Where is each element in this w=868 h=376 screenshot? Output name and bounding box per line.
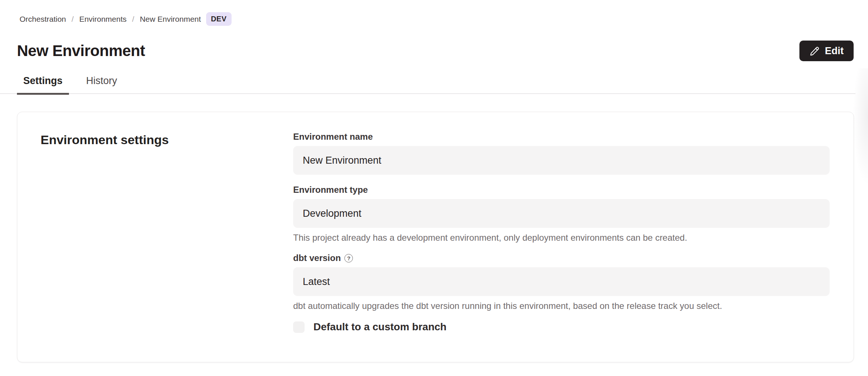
custom-branch-row: Default to a custom branch: [293, 321, 830, 333]
question-circle-icon[interactable]: ?: [344, 254, 353, 262]
right-edge-shade: [852, 68, 868, 241]
custom-branch-checkbox[interactable]: [293, 321, 305, 333]
tab-settings[interactable]: Settings: [17, 75, 69, 95]
environment-name-label: Environment name: [293, 132, 830, 142]
breadcrumb-item-new-environment[interactable]: New Environment: [140, 15, 201, 24]
breadcrumb: Orchestration / Environments / New Envir…: [0, 0, 868, 26]
dbt-version-helper: dbt automatically upgrades the dbt versi…: [293, 301, 830, 311]
custom-branch-label: Default to a custom branch: [313, 321, 447, 333]
card-heading: Environment settings: [41, 133, 293, 147]
breadcrumb-separator: /: [132, 15, 134, 24]
dbt-version-label: dbt version ?: [293, 253, 830, 263]
environment-name-field: Environment name New Environment: [293, 132, 830, 175]
page-header: New Environment Edit: [17, 41, 854, 61]
page-title: New Environment: [17, 42, 145, 60]
breadcrumb-item-orchestration[interactable]: Orchestration: [20, 15, 66, 24]
dbt-version-input[interactable]: Latest: [293, 267, 830, 296]
environment-name-label-text: Environment name: [293, 132, 373, 142]
environment-type-field: Environment type Development This projec…: [293, 185, 830, 243]
environment-type-helper: This project already has a development e…: [293, 233, 830, 243]
environment-type-label: Environment type: [293, 185, 830, 195]
environment-dev-badge: DEV: [206, 12, 232, 26]
environment-settings-form: Environment name New Environment Environ…: [293, 112, 830, 362]
breadcrumb-separator: /: [72, 15, 74, 24]
tab-bar: Settings History: [0, 75, 868, 94]
card-heading-column: Environment settings: [17, 112, 293, 362]
environment-name-input[interactable]: New Environment: [293, 146, 830, 175]
environment-settings-card: Environment settings Environment name Ne…: [17, 112, 854, 362]
environment-type-input[interactable]: Development: [293, 199, 830, 228]
environment-type-label-text: Environment type: [293, 185, 368, 195]
dbt-version-field: dbt version ? Latest dbt automatically u…: [293, 253, 830, 311]
breadcrumb-item-environments[interactable]: Environments: [79, 15, 126, 24]
edit-button[interactable]: Edit: [799, 41, 854, 61]
pencil-icon: [809, 46, 820, 56]
tab-history[interactable]: History: [80, 75, 124, 94]
edit-button-label: Edit: [825, 45, 844, 57]
dbt-version-label-text: dbt version: [293, 253, 341, 263]
